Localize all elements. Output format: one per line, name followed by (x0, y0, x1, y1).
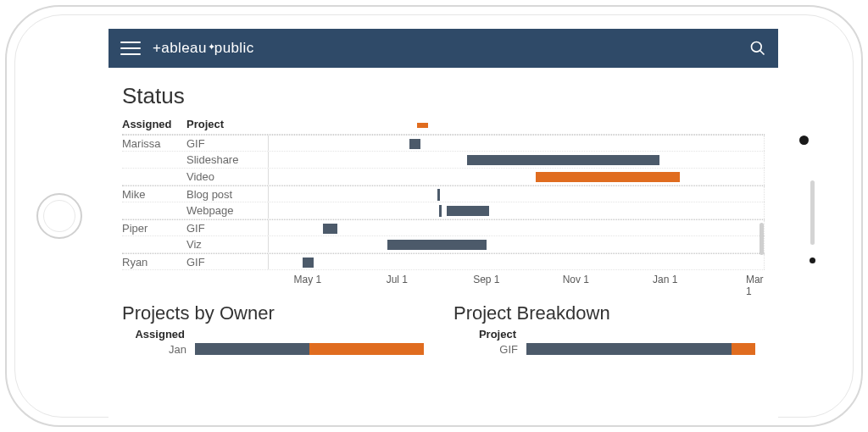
gantt-bar[interactable] (323, 224, 337, 234)
axis-tick: Jan 1 (653, 274, 677, 285)
table-row: Marissa GIF (122, 135, 765, 152)
mini-col-header: Project (453, 328, 526, 341)
axis-tick: Sep 1 (473, 274, 499, 285)
menu-icon[interactable] (120, 42, 141, 55)
plot-cell (268, 236, 765, 252)
table-row: Mike Blog post (122, 186, 765, 202)
table-row: Video (122, 169, 765, 186)
phone-sensor (810, 258, 815, 263)
bar-seg-orange[interactable] (732, 343, 755, 355)
gantt-bar[interactable] (536, 172, 679, 182)
logo-dots-icon: ✦ (208, 42, 214, 52)
plot-cell (268, 136, 765, 151)
cell-project: Blog post (186, 188, 268, 201)
col-header-assigned: Assigned (122, 118, 186, 130)
home-button[interactable] (36, 193, 82, 239)
status-title: Status (122, 83, 765, 109)
header-orange-mark (417, 123, 428, 128)
table-row: Piper GIF (122, 219, 765, 236)
row-label: GIF (453, 343, 526, 356)
search-icon[interactable] (749, 40, 766, 57)
axis-tick: Mar 1 (746, 274, 764, 297)
gantt-bar[interactable] (387, 240, 487, 250)
cell-project: GIF (186, 137, 268, 150)
screen: +ableau✦public Status Assigned Project (108, 29, 778, 424)
scrollbar-thumb[interactable] (760, 223, 764, 255)
projects-by-owner-title: Projects by Owner (122, 302, 433, 324)
plot-cell (268, 254, 765, 269)
phone-frame-inner: +ableau✦public Status Assigned Project (14, 14, 854, 418)
table-row: Viz (122, 236, 765, 253)
app-logo: +ableau✦public (153, 40, 254, 57)
phone-camera (799, 136, 809, 145)
phone-frame: +ableau✦public Status Assigned Project (5, 5, 863, 427)
bar-seg-orange[interactable] (309, 343, 424, 355)
gantt-bar[interactable] (303, 258, 314, 268)
cell-project: Slideshare (186, 153, 268, 166)
gantt-body: Marissa GIF Slideshare (122, 134, 765, 270)
cell-assigned: Marissa (122, 137, 186, 150)
header-plot-area (268, 118, 765, 130)
list-item: Jan (122, 341, 433, 357)
bar-seg-gray[interactable] (195, 343, 309, 355)
lower-charts: Projects by Owner Assigned Jan Project B… (122, 291, 765, 357)
bar-track (195, 343, 433, 355)
table-row: Slideshare (122, 152, 765, 169)
axis-tick: Jul 1 (387, 274, 408, 285)
gantt-bar[interactable] (409, 139, 420, 149)
plot-cell (268, 169, 765, 185)
logo-text-1: +ableau (153, 40, 207, 56)
gantt-mark[interactable] (439, 205, 442, 217)
x-axis: May 1 Jul 1 Sep 1 Nov 1 Jan 1 Mar 1 (268, 270, 765, 291)
cell-assigned: Mike (122, 188, 186, 201)
bar-track (526, 343, 765, 355)
table-row: Ryan GIF (122, 253, 765, 270)
cell-assigned: Ryan (122, 256, 186, 269)
gantt-bar[interactable] (467, 155, 660, 165)
gantt-bar[interactable] (447, 206, 489, 216)
list-item: GIF (453, 341, 765, 357)
project-breakdown-title: Project Breakdown (453, 302, 765, 324)
cell-project: GIF (186, 256, 268, 269)
axis-tick: Nov 1 (563, 274, 589, 285)
projects-by-owner-chart[interactable]: Projects by Owner Assigned Jan (122, 291, 433, 357)
row-label: Jan (122, 343, 195, 356)
phone-speaker-slot (810, 180, 815, 245)
axis-tick: May 1 (294, 274, 322, 285)
col-header-project: Project (186, 118, 268, 130)
content-area[interactable]: Status Assigned Project Marissa GIF (108, 68, 778, 424)
gantt-mark[interactable] (437, 189, 440, 201)
plot-cell (268, 152, 765, 168)
svg-line-1 (760, 51, 765, 55)
table-row: Webpage (122, 202, 765, 219)
cell-project: Webpage (186, 204, 268, 217)
status-header-row: Assigned Project (122, 114, 765, 134)
plot-cell (268, 202, 765, 219)
status-chart[interactable]: Assigned Project Marissa GIF (122, 114, 765, 291)
cell-project: Viz (186, 238, 268, 251)
mini-col-header: Assigned (122, 328, 195, 341)
svg-point-0 (752, 42, 762, 53)
top-bar: +ableau✦public (108, 29, 778, 68)
bar-seg-gray[interactable] (526, 343, 732, 355)
cell-project: GIF (186, 222, 268, 235)
plot-cell (268, 220, 765, 235)
cell-assigned: Piper (122, 222, 186, 235)
project-breakdown-chart[interactable]: Project Breakdown Project GIF (453, 291, 765, 357)
logo-text-2: public (214, 40, 254, 56)
plot-cell (268, 186, 765, 202)
cell-project: Video (186, 170, 268, 183)
